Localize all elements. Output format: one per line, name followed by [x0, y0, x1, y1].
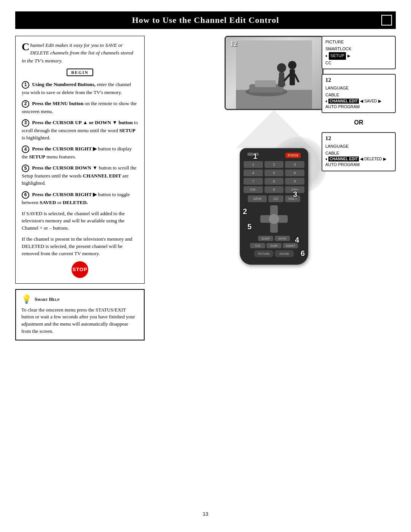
step-num-1: 1	[22, 81, 29, 89]
dpad-center[interactable]	[269, 214, 279, 224]
menu-3-channel-edit-row: ♦ CHANNEL EDIT ◀ DELETED ▶	[325, 157, 392, 161]
title-bar: How to Use the Channel Edit Control	[15, 11, 396, 29]
corner-box	[381, 15, 392, 26]
power-button[interactable]: POWER	[285, 153, 301, 158]
intro-paragraph: Channel Edit makes it easy for you to SA…	[22, 42, 138, 65]
channel-edit-diamond-2-icon: ♦	[325, 157, 327, 161]
menu-panel-1: PICTURE SMARTLOCK ♦ SETUP ▶ CC	[322, 36, 396, 69]
btn-5[interactable]: 5	[264, 169, 284, 176]
btn-ch-minus[interactable]: CH-	[244, 186, 263, 193]
step-4-bold: Press the CURSOR RIGHT ▶	[32, 146, 97, 152]
deleted-value: DELETED	[364, 157, 382, 161]
step-2-bold: Press the MENU button	[32, 101, 83, 106]
remote-body: POWER 1 2 3 4 5 6 7 8 9 CH-	[240, 148, 308, 265]
btn-surf[interactable]: SURF	[266, 243, 282, 248]
step-num-6: 6	[22, 191, 29, 199]
menu-3-cable: CABLE	[325, 150, 392, 157]
step-6: 6 Press the CURSOR RIGHT ▶ button to tog…	[22, 191, 138, 206]
menu-2-auto-program: AUTO PROGRAM	[325, 104, 392, 110]
smart-help-label: Smart Help	[35, 296, 59, 302]
btn-3[interactable]: 3	[285, 161, 304, 168]
menu-panels: PICTURE SMARTLOCK ♦ SETUP ▶ CC 12 LANGUA…	[322, 36, 396, 171]
step-4: 4 Press the CURSOR RIGHT ▶ button to dis…	[22, 145, 138, 160]
step-3-bold: Press the CURSOR UP ▲ or DOWN ▼ button	[32, 120, 132, 125]
or-label: OR	[322, 119, 396, 126]
btn-4[interactable]: 4	[244, 169, 263, 176]
btn-vol-up[interactable]: VOL+	[285, 195, 300, 202]
smart-help-title: 💡 Smart Help	[21, 294, 139, 304]
intro-box: Channel Edit makes it easy for you to SA…	[15, 36, 145, 284]
remote-top: POWER	[244, 153, 304, 158]
tv-scene	[226, 37, 322, 109]
tus-row: TUS SURF SMART	[244, 243, 304, 248]
step-5: 5 Press the CURSOR DOWN ▼ button to scro…	[22, 164, 138, 187]
step-1: 1 Using the Numbered Buttons, enter the …	[22, 81, 138, 96]
menu-item-setup-highlighted: SETUP	[329, 52, 346, 60]
page-number: 13	[15, 511, 396, 517]
saved-value: SAVED	[364, 99, 377, 103]
svg-rect-9	[290, 69, 295, 85]
bottom-buttons: PICTURE SOUND	[244, 250, 304, 257]
btn-1[interactable]: 1	[244, 161, 263, 168]
dpad-wrap	[244, 205, 304, 233]
step-num-3: 3	[22, 119, 29, 127]
saved-right-arrow-icon: ▶	[378, 99, 381, 104]
btn-picture[interactable]: PICTURE	[254, 250, 273, 257]
step-2: 2 Press the MENU button on the remote to…	[22, 100, 138, 115]
misc-buttons: SLEEP MUTE	[244, 236, 304, 241]
menu-item-cc: CC	[325, 60, 392, 67]
btn-6[interactable]: 6	[285, 169, 304, 176]
menu-item-picture: PICTURE	[325, 39, 392, 46]
menu-2-cable: CABLE	[325, 92, 392, 99]
menu-2-channel-edit-row: ♦ CHANNEL EDIT ◀ SAVED ▶	[325, 99, 392, 104]
btn-mute[interactable]: MUTE	[275, 236, 290, 241]
tv-channel-number: 12	[230, 40, 237, 48]
step-num-5: 5	[22, 165, 29, 172]
saved-left-arrow-icon: ◀	[360, 99, 363, 104]
btn-7[interactable]: 7	[244, 178, 263, 185]
number-grid: 1 2 3 4 5 6 7 8 9 CH- 0 CH+	[244, 161, 304, 193]
menu-2-language: LANGUAGE	[325, 85, 392, 92]
btn-2[interactable]: 2	[264, 161, 284, 168]
btn-sleep[interactable]: SLEEP	[258, 236, 273, 241]
menu-3-number: 12	[325, 135, 392, 142]
btn-sound[interactable]: SOUND	[275, 250, 294, 257]
smart-help-text: To clear the onscreen menu press the STA…	[21, 307, 139, 335]
btn-smart[interactable]: SMART	[283, 243, 298, 248]
dpad	[260, 205, 288, 233]
extra-row: A/CH CC VOL+	[244, 195, 304, 202]
step-1-bold: Using the Numbered Buttons,	[32, 81, 96, 87]
page-title: How to Use the Channel Edit Control	[132, 15, 279, 25]
menu-setup-row: ♦ SETUP ▶	[325, 52, 392, 60]
step-5-bold: Press the CURSOR DOWN ▼	[32, 165, 97, 171]
bulb-icon: 💡	[21, 294, 32, 304]
btn-cc[interactable]: CC	[268, 195, 284, 202]
menu-3-auto-program: AUTO PROGRAM	[325, 161, 392, 168]
begin-badge: BEGIN	[67, 69, 93, 76]
channel-edit-diamond-icon: ♦	[325, 99, 327, 103]
smart-help-box: 💡 Smart Help To clear the onscreen menu …	[15, 289, 145, 340]
step-num-4: 4	[22, 145, 29, 153]
main-content: Channel Edit makes it easy for you to SA…	[15, 36, 396, 503]
vol-up-btn[interactable]	[247, 153, 259, 156]
btn-0[interactable]: 0	[264, 186, 284, 193]
stop-badge: STOP	[22, 261, 138, 278]
channel-edit-label-deleted: CHANNEL EDIT	[328, 157, 359, 161]
remote-container: 1 2 3 4 5 6 POWER	[240, 148, 308, 265]
btn-tus[interactable]: TUS	[250, 243, 265, 248]
svg-rect-4	[255, 80, 276, 87]
menu-2-number: 12	[325, 77, 392, 83]
step-6-bold: Press the CURSOR RIGHT ▶	[32, 192, 97, 197]
svg-point-8	[288, 61, 296, 69]
center-column: 12	[152, 36, 396, 503]
btn-ch-plus[interactable]: CH+	[285, 186, 304, 193]
svg-point-5	[277, 63, 286, 72]
deleted-left-arrow-icon: ◀	[360, 157, 363, 161]
btn-9[interactable]: 9	[285, 178, 304, 185]
btn-ach[interactable]: A/CH	[248, 195, 267, 202]
tv-scene-svg	[236, 40, 312, 109]
menu-panel-2: 12 LANGUAGE CABLE ♦ CHANNEL EDIT ◀ SAVED…	[322, 74, 396, 113]
menu-panel-3: 12 LANGUAGE CABLE ♦ CHANNEL EDIT ◀ DELET…	[322, 132, 396, 171]
btn-8[interactable]: 8	[264, 178, 284, 185]
step-3: 3 Press the CURSOR UP ▲ or DOWN ▼ button…	[22, 119, 138, 141]
